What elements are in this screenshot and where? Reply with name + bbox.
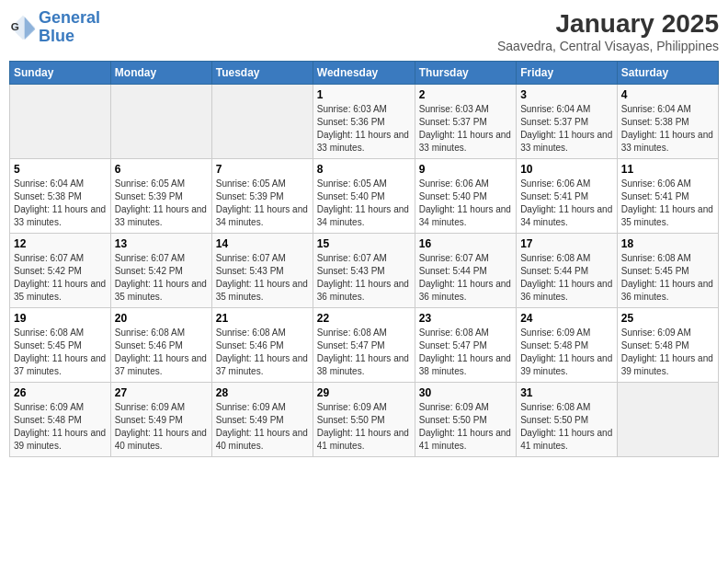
day-info: Sunrise: 6:07 AM Sunset: 5:44 PM Dayligh… xyxy=(419,252,512,304)
day-info: Sunrise: 6:07 AM Sunset: 5:43 PM Dayligh… xyxy=(317,252,411,304)
day-info: Sunrise: 6:08 AM Sunset: 5:45 PM Dayligh… xyxy=(621,252,714,304)
day-number: 30 xyxy=(419,386,512,399)
cell-3-5: 24 Sunrise: 6:09 AM Sunset: 5:48 PM Dayl… xyxy=(517,308,618,383)
header-saturday: Saturday xyxy=(617,62,718,85)
day-info: Sunrise: 6:07 AM Sunset: 5:42 PM Dayligh… xyxy=(14,252,107,304)
day-info: Sunrise: 6:08 AM Sunset: 5:50 PM Dayligh… xyxy=(520,401,613,453)
cell-2-3: 15 Sunrise: 6:07 AM Sunset: 5:43 PM Dayl… xyxy=(313,234,415,308)
day-info: Sunrise: 6:08 AM Sunset: 5:46 PM Dayligh… xyxy=(115,327,208,378)
day-info: Sunrise: 6:08 AM Sunset: 5:47 PM Dayligh… xyxy=(317,327,411,378)
title-block: January 2025 Saavedra, Central Visayas, … xyxy=(497,9,719,53)
day-number: 6 xyxy=(115,163,208,176)
day-number: 12 xyxy=(14,237,107,250)
day-number: 4 xyxy=(621,88,714,101)
day-info: Sunrise: 6:05 AM Sunset: 5:40 PM Dayligh… xyxy=(317,178,411,229)
subtitle: Saavedra, Central Visayas, Philippines xyxy=(497,39,719,53)
day-number: 16 xyxy=(419,237,512,250)
day-number: 19 xyxy=(14,312,107,325)
day-number: 3 xyxy=(520,88,613,101)
cell-0-4: 2 Sunrise: 6:03 AM Sunset: 5:37 PM Dayli… xyxy=(415,85,516,159)
header-friday: Friday xyxy=(517,62,618,85)
day-info: Sunrise: 6:09 AM Sunset: 5:49 PM Dayligh… xyxy=(216,401,309,453)
day-info: Sunrise: 6:04 AM Sunset: 5:38 PM Dayligh… xyxy=(14,178,107,229)
day-number: 17 xyxy=(520,237,613,250)
cell-1-5: 10 Sunrise: 6:06 AM Sunset: 5:41 PM Dayl… xyxy=(517,159,618,234)
day-number: 13 xyxy=(115,237,208,250)
day-info: Sunrise: 6:08 AM Sunset: 5:47 PM Dayligh… xyxy=(419,327,512,378)
cell-1-2: 7 Sunrise: 6:05 AM Sunset: 5:39 PM Dayli… xyxy=(211,159,313,234)
header: G GeneralBlue January 2025 Saavedra, Cen… xyxy=(9,9,719,53)
day-info: Sunrise: 6:03 AM Sunset: 5:37 PM Dayligh… xyxy=(419,103,512,155)
cell-4-3: 29 Sunrise: 6:09 AM Sunset: 5:50 PM Dayl… xyxy=(313,383,415,457)
cell-0-1 xyxy=(110,85,211,159)
cell-3-1: 20 Sunrise: 6:08 AM Sunset: 5:46 PM Dayl… xyxy=(110,308,211,383)
day-info: Sunrise: 6:08 AM Sunset: 5:44 PM Dayligh… xyxy=(520,252,613,304)
logo-icon: G xyxy=(9,14,37,41)
day-number: 7 xyxy=(216,163,309,176)
day-info: Sunrise: 6:06 AM Sunset: 5:41 PM Dayligh… xyxy=(621,178,714,229)
day-info: Sunrise: 6:08 AM Sunset: 5:46 PM Dayligh… xyxy=(216,327,309,378)
day-number: 1 xyxy=(317,88,411,101)
cell-0-3: 1 Sunrise: 6:03 AM Sunset: 5:36 PM Dayli… xyxy=(313,85,415,159)
day-number: 21 xyxy=(216,312,309,325)
day-info: Sunrise: 6:04 AM Sunset: 5:37 PM Dayligh… xyxy=(520,103,613,155)
cell-1-1: 6 Sunrise: 6:05 AM Sunset: 5:39 PM Dayli… xyxy=(110,159,211,234)
cell-3-2: 21 Sunrise: 6:08 AM Sunset: 5:46 PM Dayl… xyxy=(211,308,313,383)
day-number: 15 xyxy=(317,237,411,250)
cell-2-1: 13 Sunrise: 6:07 AM Sunset: 5:42 PM Dayl… xyxy=(110,234,211,308)
day-info: Sunrise: 6:07 AM Sunset: 5:42 PM Dayligh… xyxy=(115,252,208,304)
day-info: Sunrise: 6:09 AM Sunset: 5:49 PM Dayligh… xyxy=(115,401,208,453)
cell-3-3: 22 Sunrise: 6:08 AM Sunset: 5:47 PM Dayl… xyxy=(313,308,415,383)
day-number: 29 xyxy=(317,386,411,399)
cell-4-2: 28 Sunrise: 6:09 AM Sunset: 5:49 PM Dayl… xyxy=(211,383,313,457)
day-number: 8 xyxy=(317,163,411,176)
day-info: Sunrise: 6:06 AM Sunset: 5:40 PM Dayligh… xyxy=(419,178,512,229)
cell-4-5: 31 Sunrise: 6:08 AM Sunset: 5:50 PM Dayl… xyxy=(517,383,618,457)
day-info: Sunrise: 6:03 AM Sunset: 5:36 PM Dayligh… xyxy=(317,103,411,155)
day-number: 28 xyxy=(216,386,309,399)
weekday-row: Sunday Monday Tuesday Wednesday Thursday… xyxy=(10,62,719,85)
cell-1-0: 5 Sunrise: 6:04 AM Sunset: 5:38 PM Dayli… xyxy=(10,159,111,234)
cell-2-5: 17 Sunrise: 6:08 AM Sunset: 5:44 PM Dayl… xyxy=(517,234,618,308)
cell-1-4: 9 Sunrise: 6:06 AM Sunset: 5:40 PM Dayli… xyxy=(415,159,516,234)
cell-0-5: 3 Sunrise: 6:04 AM Sunset: 5:37 PM Dayli… xyxy=(517,85,618,159)
cell-2-4: 16 Sunrise: 6:07 AM Sunset: 5:44 PM Dayl… xyxy=(415,234,516,308)
cell-1-3: 8 Sunrise: 6:05 AM Sunset: 5:40 PM Dayli… xyxy=(313,159,415,234)
day-number: 25 xyxy=(621,312,714,325)
cell-2-6: 18 Sunrise: 6:08 AM Sunset: 5:45 PM Dayl… xyxy=(617,234,718,308)
day-number: 18 xyxy=(621,237,714,250)
cell-2-0: 12 Sunrise: 6:07 AM Sunset: 5:42 PM Dayl… xyxy=(10,234,111,308)
day-number: 22 xyxy=(317,312,411,325)
header-monday: Monday xyxy=(110,62,211,85)
svg-text:G: G xyxy=(11,20,19,32)
cell-4-0: 26 Sunrise: 6:09 AM Sunset: 5:48 PM Dayl… xyxy=(10,383,111,457)
cell-1-6: 11 Sunrise: 6:06 AM Sunset: 5:41 PM Dayl… xyxy=(617,159,718,234)
day-number: 14 xyxy=(216,237,309,250)
cell-2-2: 14 Sunrise: 6:07 AM Sunset: 5:43 PM Dayl… xyxy=(211,234,313,308)
calendar-header: Sunday Monday Tuesday Wednesday Thursday… xyxy=(10,62,719,85)
header-thursday: Thursday xyxy=(415,62,516,85)
day-info: Sunrise: 6:09 AM Sunset: 5:50 PM Dayligh… xyxy=(317,401,411,453)
day-info: Sunrise: 6:07 AM Sunset: 5:43 PM Dayligh… xyxy=(216,252,309,304)
cell-4-4: 30 Sunrise: 6:09 AM Sunset: 5:50 PM Dayl… xyxy=(415,383,516,457)
cell-4-6 xyxy=(617,383,718,457)
day-number: 9 xyxy=(419,163,512,176)
week-row-1: 1 Sunrise: 6:03 AM Sunset: 5:36 PM Dayli… xyxy=(10,85,719,159)
logo: G GeneralBlue xyxy=(9,9,100,46)
header-sunday: Sunday xyxy=(10,62,111,85)
day-info: Sunrise: 6:08 AM Sunset: 5:45 PM Dayligh… xyxy=(14,327,107,378)
week-row-2: 5 Sunrise: 6:04 AM Sunset: 5:38 PM Dayli… xyxy=(10,159,719,234)
day-number: 20 xyxy=(115,312,208,325)
header-tuesday: Tuesday xyxy=(211,62,313,85)
cell-0-6: 4 Sunrise: 6:04 AM Sunset: 5:38 PM Dayli… xyxy=(617,85,718,159)
day-number: 5 xyxy=(14,163,107,176)
day-info: Sunrise: 6:04 AM Sunset: 5:38 PM Dayligh… xyxy=(621,103,714,155)
cell-3-4: 23 Sunrise: 6:08 AM Sunset: 5:47 PM Dayl… xyxy=(415,308,516,383)
main-title: January 2025 xyxy=(497,9,719,39)
day-info: Sunrise: 6:09 AM Sunset: 5:50 PM Dayligh… xyxy=(419,401,512,453)
day-number: 31 xyxy=(520,386,613,399)
day-number: 24 xyxy=(520,312,613,325)
day-number: 23 xyxy=(419,312,512,325)
day-number: 11 xyxy=(621,163,714,176)
week-row-4: 19 Sunrise: 6:08 AM Sunset: 5:45 PM Dayl… xyxy=(10,308,719,383)
